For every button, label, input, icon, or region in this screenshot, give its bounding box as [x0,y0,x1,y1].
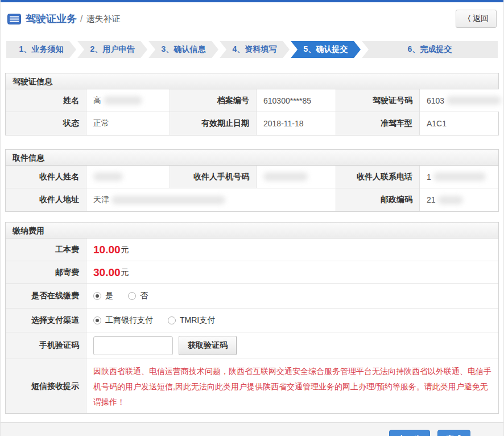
file-no-label: 档案编号 [170,89,257,112]
postage-fee-label: 邮寄费 [6,261,86,283]
step-1-business-notice[interactable]: 1、业务须知 [6,41,76,58]
step-2-user-declaration[interactable]: 2、用户申告 [77,41,147,58]
table-row: 工本费 10.00元 [6,238,498,261]
recipient-name-value [86,166,170,188]
recipient-name-label: 收件人姓名 [6,166,86,188]
license-form-icon [7,14,21,24]
step-5-confirm-submit[interactable]: 5、确认提交 [291,41,361,58]
redacted-blur [447,96,501,105]
table-row: 选择支付渠道 工商银行支付 TMRI支付 [6,309,498,332]
table-row: 状态 正常 有效期止日期 2018-11-18 准驾车型 A1C1 [6,112,498,135]
radio-channel-icbc[interactable]: 工商银行支付 [93,315,153,326]
page: 驾驶证业务 / 遗失补证 〈返回 1、业务须知 2、用户申告 3、确认信息 4、… [1,0,503,436]
table-row: 姓名 高 档案编号 610300****85 驾驶证号码 6103 [6,89,498,112]
steps-bar: 1、业务须知 2、用户申告 3、确认信息 4、资料填写 5、确认提交 6、完成提… [6,41,498,58]
radio-channel-tmri[interactable]: TMRI支付 [168,315,215,326]
recipient-phone-label: 收件人联系电话 [336,166,420,188]
radio-online-yes[interactable]: 是 [93,291,113,301]
sms-notice-text: 因陕西省联通、电信运营商技术问题，陕西省互联网交通安全综合服务管理平台无法向持陕… [86,359,498,413]
radio-unselected-icon [168,316,176,324]
address-label: 收件人地址 [6,188,86,211]
postal-label: 邮政编码 [336,188,420,211]
postage-fee-value: 30.00元 [86,261,498,283]
get-code-button[interactable]: 获取验证码 [179,336,237,355]
expiry-label: 有效期止日期 [170,112,257,135]
redacted-blur [93,172,123,181]
breadcrumb-separator: / [80,14,82,24]
sms-code-cell: 获取验证码 [86,332,498,359]
vehicle-class-value: A1C1 [420,112,498,135]
redacted-blur [438,196,463,204]
radio-online-yes-label: 是 [105,291,113,301]
pickup-info-title: 取件信息 [6,150,498,166]
expiry-value: 2018-11-18 [257,112,336,135]
table-row: 收件人姓名 收件人手机号码 收件人联系电话 1 [6,166,498,188]
license-no-label: 驾驶证号码 [336,89,420,112]
header: 驾驶证业务 / 遗失补证 〈返回 [1,2,503,34]
recipient-phone-value: 1 [420,166,498,188]
file-no-value: 610300****85 [257,89,336,112]
table-row: 手机验证码 获取验证码 [6,332,498,359]
redacted-blur [104,96,142,105]
radio-selected-icon [93,292,101,300]
previous-step-button[interactable]: 上一步 [389,430,430,436]
radio-channel-tmri-label: TMRI支付 [180,315,215,326]
table-row: 是否在线缴费 是 否 [6,284,498,309]
breadcrumb-current: 遗失补证 [86,14,120,24]
back-label: 返回 [473,14,489,23]
redacted-blur [433,172,486,181]
footer-action-bar: 上一步 完成 [1,422,503,436]
work-fee-value: 10.00元 [86,238,498,261]
radio-online-no[interactable]: 否 [128,291,148,301]
address-value: 天津 [86,188,336,211]
name-value: 高 [86,89,170,112]
name-label: 姓名 [6,89,86,112]
step-3-confirm-info[interactable]: 3、确认信息 [148,41,218,58]
radio-selected-icon [93,316,101,324]
page-title: 驾驶证业务 [26,12,77,26]
payment-title: 缴纳费用 [6,223,498,238]
step-4-fill-data[interactable]: 4、资料填写 [220,41,290,58]
recipient-mobile-value [257,166,336,188]
sms-notice-label: 短信接收提示 [6,359,86,413]
sms-code-label: 手机验证码 [6,332,86,359]
pickup-info-panel: 取件信息 收件人姓名 收件人手机号码 收件人联系电话 1 收件人地址 天津 邮政… [5,149,499,212]
back-button[interactable]: 〈返回 [456,10,497,28]
finish-button[interactable]: 完成 [437,430,470,436]
payment-panel: 缴纳费用 工本费 10.00元 邮寄费 30.00元 是否在线缴费 是 否 选择… [5,222,499,414]
license-info-panel: 驾驶证信息 姓名 高 档案编号 610300****85 驾驶证号码 6103 … [5,73,499,135]
status-label: 状态 [6,112,86,135]
work-fee-label: 工本费 [6,238,86,261]
radio-online-no-label: 否 [140,291,148,301]
back-chevron-icon: 〈 [464,14,471,23]
vehicle-class-label: 准驾车型 [336,112,420,135]
sms-code-input[interactable] [93,336,173,355]
status-value: 正常 [86,112,170,135]
pay-channel-options: 工商银行支付 TMRI支付 [86,309,498,332]
table-row: 短信接收提示 因陕西省联通、电信运营商技术问题，陕西省互联网交通安全综合服务管理… [6,359,498,413]
recipient-mobile-label: 收件人手机号码 [170,166,257,188]
redacted-blur [111,196,225,204]
license-no-value: 6103 [420,89,504,112]
online-pay-options: 是 否 [86,284,498,308]
license-info-title: 驾驶证信息 [6,73,498,89]
step-6-finish-submit[interactable]: 6、完成提交 [362,41,498,58]
radio-channel-icbc-label: 工商银行支付 [105,315,153,326]
table-row: 邮寄费 30.00元 [6,261,498,284]
online-pay-label: 是否在线缴费 [6,284,86,308]
radio-unselected-icon [128,292,136,300]
pay-channel-label: 选择支付渠道 [6,309,86,332]
postal-value: 21 [420,188,498,211]
redacted-blur [263,172,308,181]
table-row: 收件人地址 天津 邮政编码 21 [6,188,498,211]
